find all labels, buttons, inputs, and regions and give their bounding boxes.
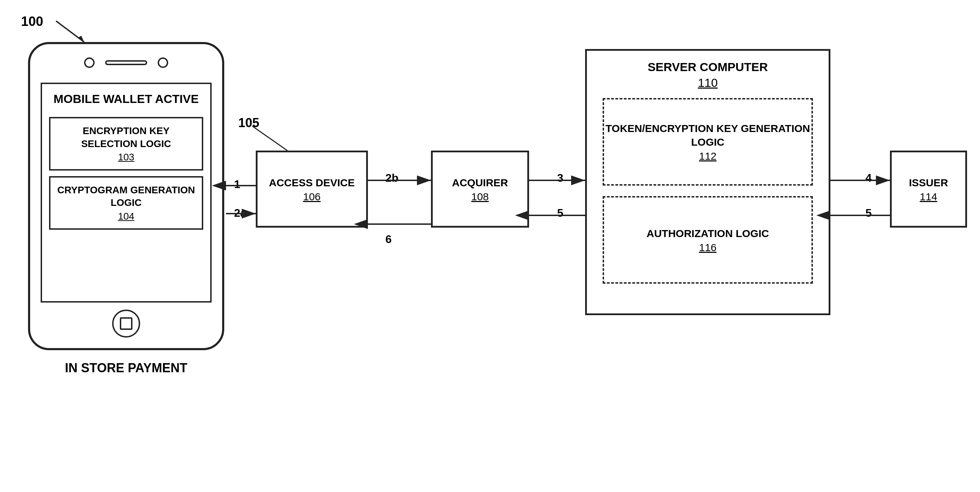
auth-ref: 116 [699, 241, 716, 254]
encryption-key-box: ENCRYPTION KEY SELECTION LOGIC 103 [49, 117, 203, 171]
in-store-label: IN STORE PAYMENT [28, 361, 224, 375]
acquirer-box: ACQUIRER 108 [431, 151, 529, 228]
phone-speaker-bar [105, 60, 147, 65]
phone-camera [84, 57, 95, 68]
cryptogram-box: CRYPTOGRAM GENERATION LOGIC 104 [49, 176, 203, 230]
authorization-box: AUTHORIZATION LOGIC 116 [603, 196, 813, 284]
access-device-box: ACCESS DEVICE 106 [256, 151, 368, 228]
phone-home-inner-square [120, 317, 132, 330]
token-title: TOKEN/ENCRYPTION KEY GENERATION LOGIC [604, 122, 811, 149]
phone-dot [158, 57, 168, 68]
arrow-label-5-top: 5 [865, 206, 872, 219]
server-ref: 110 [587, 76, 829, 90]
cryptogram-text: CRYPTOGRAM GENERATION LOGIC [57, 184, 195, 208]
arrow-label-3: 3 [557, 171, 563, 184]
issuer-title: ISSUER [909, 176, 948, 189]
phone-device: MOBILE WALLET ACTIVE ENCRYPTION KEY SELE… [28, 42, 224, 350]
arrow-label-4: 4 [865, 171, 872, 184]
access-device-title: ACCESS DEVICE [269, 176, 355, 189]
acquirer-title: ACQUIRER [452, 176, 508, 189]
encryption-key-ref: 103 [56, 152, 197, 163]
ref-100-arrow [52, 17, 95, 46]
arrow-label-6: 6 [385, 233, 392, 246]
arrow-label-2a: 2a [234, 206, 247, 219]
auth-title: AUTHORIZATION LOGIC [646, 227, 769, 240]
diagram: 100 MOBILE WALLET ACTIVE ENCRYPTION KEY … [0, 0, 980, 492]
acquirer-ref: 108 [471, 191, 489, 203]
mobile-wallet-label: MOBILE WALLET ACTIVE [49, 91, 203, 110]
token-ref: 112 [699, 150, 716, 162]
phone-screen: MOBILE WALLET ACTIVE ENCRYPTION KEY SELE… [41, 83, 212, 303]
issuer-box: ISSUER 114 [890, 151, 967, 228]
arrow-label-1: 1 [234, 178, 240, 191]
arrow-label-5-bottom: 5 [557, 206, 563, 219]
phone-speaker [84, 57, 168, 68]
phone-home-button [112, 309, 140, 338]
arrow-label-2b: 2b [385, 171, 398, 184]
access-device-ref: 106 [303, 191, 321, 203]
token-encryption-box: TOKEN/ENCRYPTION KEY GENERATION LOGIC 11… [603, 98, 813, 186]
ref-105-label: 105 [238, 116, 259, 130]
cryptogram-ref: 104 [56, 211, 197, 222]
server-title: SERVER COMPUTER [587, 51, 829, 75]
ref-100-label: 100 [21, 14, 43, 29]
encryption-key-text: ENCRYPTION KEY SELECTION LOGIC [81, 125, 171, 149]
issuer-ref: 114 [920, 191, 937, 203]
